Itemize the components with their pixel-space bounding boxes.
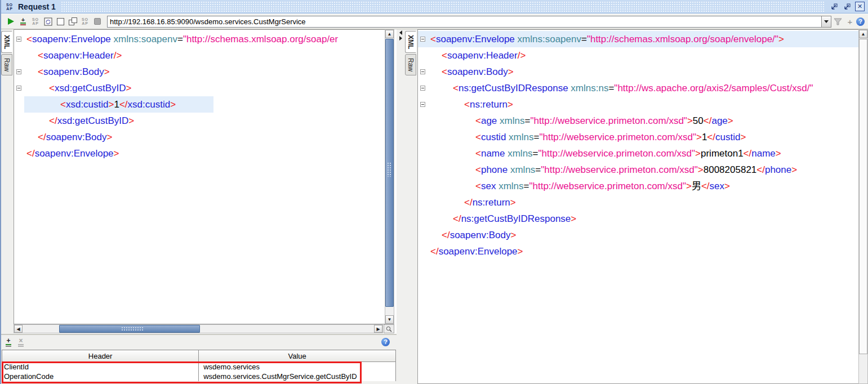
request-tabstrip: XML Raw [1, 29, 14, 334]
headers-toolbar: + × ? [1, 335, 397, 350]
request-tab-xml[interactable]: XML [1, 31, 12, 53]
minimize-icon[interactable] [829, 2, 839, 11]
run-button[interactable] [5, 16, 17, 27]
scroll-up-icon[interactable]: ▲ [859, 30, 867, 38]
titlebar-texture [61, 1, 825, 12]
scroll-thumb[interactable] [385, 39, 394, 307]
fold-toggle-icon[interactable] [420, 37, 425, 42]
headers-help-button[interactable]: ? [381, 338, 390, 346]
request-tab-raw[interactable]: Raw [1, 54, 12, 75]
response-tab-raw[interactable]: Raw [405, 54, 416, 75]
split-divider[interactable] [397, 29, 405, 384]
xml-line: <soapenv:Envelope xmlns:soapenv="http://… [418, 31, 858, 47]
scroll-down-icon[interactable]: ▼ [385, 315, 394, 324]
xml-line: </soapenv:Body> [14, 129, 385, 145]
headers-table-head: HeaderValue [2, 350, 396, 362]
request-window: SOAP Request 1 ✕ + SOAP SOAP [0, 0, 868, 384]
xml-line: </soapenv:Envelope> [14, 145, 385, 162]
help-button[interactable]: ? [856, 17, 865, 26]
scroll-thumb[interactable] [859, 39, 867, 354]
recreate-request-button[interactable]: SOAP [29, 16, 42, 27]
xml-line: <custid xmlns="http://webservice.primeto… [418, 129, 858, 145]
xml-line: <xsd:getCustByID> [14, 80, 385, 96]
restore-icon[interactable] [842, 2, 852, 11]
clear-button[interactable] [54, 16, 66, 27]
xml-line: <ns:return> [418, 96, 858, 113]
response-vertical-scrollbar[interactable]: ▲ [858, 29, 868, 384]
headers-column-header[interactable]: Value [199, 350, 396, 362]
xml-line: </ns:return> [418, 194, 858, 211]
xml-line: <age xmlns="http://webservice.primeton.c… [418, 113, 858, 129]
add-header-button[interactable]: + [6, 338, 11, 347]
xml-line: <soapenv:Header/> [14, 47, 385, 64]
xml-line: </soapenv:Body> [418, 227, 858, 243]
response-xml-editor[interactable]: <soapenv:Envelope xmlns:soapenv="http://… [417, 29, 858, 384]
window-title: Request 1 [18, 2, 56, 11]
scroll-left-icon[interactable]: ◀ [14, 325, 23, 333]
fold-toggle-icon[interactable] [16, 37, 21, 42]
response-tabstrip: XML Raw [405, 29, 417, 384]
scroll-up-icon[interactable]: ▲ [385, 30, 394, 38]
header-row[interactable]: OperationCodewsdemo.services.CustMgrServ… [2, 372, 396, 381]
request-toolbar: + SOAP SOAP + ? [1, 14, 868, 29]
collapse-right-icon[interactable] [399, 36, 402, 41]
xml-line: <soapenv:Envelope xmlns:soapenv="http://… [14, 31, 385, 47]
xml-line: <soapenv:Header/> [418, 47, 858, 64]
fold-toggle-icon[interactable] [420, 69, 425, 74]
response-pane: XML Raw <soapenv:Envelope xmlns:soapenv=… [405, 29, 868, 384]
xml-line: <soapenv:Body> [14, 64, 385, 80]
add-endpoint-button[interactable]: + [844, 16, 856, 27]
fold-toggle-icon[interactable] [16, 86, 21, 91]
request-vertical-scrollbar[interactable]: ▲ ▼ [385, 29, 394, 324]
headers-table[interactable]: HeaderValue ClientIdwsdemo.servicesOpera… [2, 350, 396, 381]
request-xml-editor[interactable]: <soapenv:Envelope xmlns:soapenv="http://… [14, 29, 385, 324]
soap-icon: SOAP [5, 3, 15, 11]
header-row[interactable]: ClientIdwsdemo.services [2, 362, 396, 372]
fold-toggle-icon[interactable] [420, 86, 425, 91]
url-dropdown-button[interactable] [821, 16, 831, 28]
filter-icon[interactable] [831, 16, 844, 27]
xml-line: <phone xmlns="http://webservice.primeton… [418, 162, 858, 178]
headers-column-header[interactable]: Header [2, 350, 199, 362]
xml-line: </soapenv:Envelope> [418, 243, 858, 260]
xml-line: </ns:getCustByIDResponse> [418, 211, 858, 227]
fold-toggle-icon[interactable] [16, 69, 21, 74]
fold-toggle-icon[interactable] [420, 102, 425, 107]
xml-line: <ns:getCustByIDResponse xmlns:ns="http:/… [418, 80, 858, 96]
scroll-thumb[interactable] [59, 325, 200, 333]
collapse-left-icon[interactable] [399, 30, 402, 35]
copy-button[interactable] [66, 16, 79, 27]
add-to-testcase-button[interactable]: + [17, 16, 29, 27]
scroll-right-icon[interactable]: ▶ [374, 325, 382, 333]
headers-panel: + × ? HeaderValue ClientIdwsdemo.service… [1, 334, 397, 384]
request-horizontal-scrollbar[interactable]: ◀ ▶ [14, 324, 383, 333]
cancel-button[interactable] [91, 16, 104, 27]
xml-line: </xsd:getCustByID> [14, 113, 385, 129]
soap-action-button[interactable]: SOAP [79, 16, 91, 27]
xml-line: <sex xmlns="http://webservice.primeton.c… [418, 178, 858, 194]
xml-line: <xsd:custid>1</xsd:custid> [14, 96, 385, 113]
xml-line: <soapenv:Body> [418, 64, 858, 80]
xml-line: <name xmlns="http://webservice.primeton.… [418, 145, 858, 162]
url-input[interactable] [107, 16, 821, 28]
reload-button[interactable] [42, 16, 54, 27]
titlebar[interactable]: SOAP Request 1 ✕ [1, 0, 868, 14]
close-icon[interactable]: ✕ [855, 2, 865, 11]
request-pane: XML Raw <soapenv:Envelope xmlns:soapenv=… [1, 29, 397, 334]
magnifier-icon[interactable] [384, 324, 394, 333]
response-tab-xml[interactable]: XML [405, 31, 416, 53]
remove-header-button[interactable]: × [18, 338, 24, 347]
